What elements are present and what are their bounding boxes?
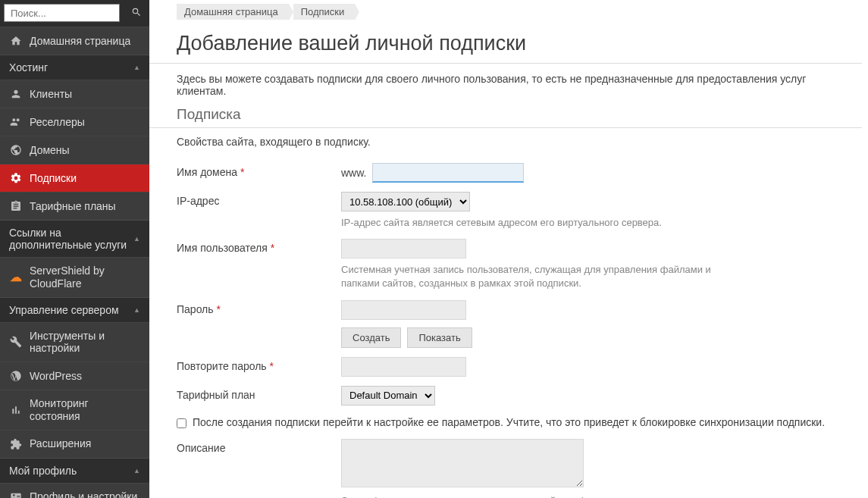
main: Домашняя страница Подписки Добавление ва… — [149, 0, 868, 498]
nav-extensions-label: Расширения — [30, 437, 91, 450]
home-icon — [9, 34, 23, 48]
help-description: Эта информация видна только хостинг-пров… — [341, 494, 728, 498]
nav-wordpress-label: WordPress — [30, 370, 82, 383]
nav-profile-settings-label: Профиль и настройки — [30, 490, 137, 498]
row-ip: IP-адрес 10.58.108.100 (общий) IP-адрес … — [149, 187, 862, 234]
label-password-text: Пароль — [177, 303, 214, 315]
chart-icon — [9, 403, 23, 417]
label-plan: Тарифный план — [177, 386, 341, 401]
search-input[interactable] — [4, 4, 120, 22]
label-domain-text: Имя домена — [177, 166, 237, 178]
page-intro: Здесь вы можете создавать подписки для с… — [149, 73, 862, 106]
nav-plans[interactable]: Тарифные планы — [0, 192, 149, 220]
nav-extensions[interactable]: Расширения — [0, 430, 149, 458]
search-box — [0, 0, 149, 27]
help-username: Системная учетная запись пользователя, с… — [341, 263, 728, 290]
nav-subscriptions-label: Подписки — [30, 172, 77, 185]
nav-clients-label: Клиенты — [30, 88, 72, 101]
search-icon — [131, 7, 142, 20]
password-input[interactable] — [341, 300, 466, 320]
nav-tools[interactable]: Инструменты и настройки — [0, 322, 149, 362]
label-description: Описание — [177, 439, 341, 454]
row-domain: Имя домена * www. — [149, 158, 862, 187]
nav-section-server-label: Управление сервером — [9, 304, 119, 316]
nav-subscriptions[interactable]: Подписки — [0, 164, 149, 192]
help-ip: IP-адрес сайта является сетевым адресом … — [341, 216, 728, 230]
nav-home[interactable]: Домашняя страница — [0, 27, 149, 55]
breadcrumb-home[interactable]: Домашняя страница — [177, 4, 289, 20]
nav-section-addons-label: Ссылки на дополнительные услуги — [9, 227, 133, 251]
proceed-checkbox[interactable] — [177, 418, 186, 428]
id-icon — [9, 490, 23, 498]
row-plan: Тарифный план Default Domain — [149, 381, 862, 410]
chevron-up-icon: ▲ — [133, 64, 140, 71]
required-icon: * — [270, 360, 274, 372]
nav-domains-label: Домены — [30, 144, 70, 157]
generate-button[interactable]: Создать — [341, 327, 401, 348]
row-repeat-password: Повторите пароль * — [149, 352, 862, 381]
plan-select[interactable]: Default Domain — [341, 386, 435, 406]
required-icon: * — [216, 303, 220, 315]
globe-icon — [9, 143, 23, 157]
section-title: Подписка — [149, 106, 862, 128]
label-password: Пароль * — [177, 300, 341, 315]
checkbox-label: После создания подписки перейти к настро… — [193, 416, 825, 428]
tools-icon — [9, 335, 23, 349]
chevron-up-icon: ▲ — [133, 467, 140, 475]
search-button[interactable] — [124, 0, 149, 26]
label-domain: Имя домена * — [177, 163, 341, 178]
person-icon — [9, 87, 23, 101]
required-icon: * — [271, 242, 274, 254]
nav-section-hosting[interactable]: Хостинг ▲ — [0, 55, 149, 80]
nav-section-profile[interactable]: Мой профиль ▲ — [0, 458, 149, 483]
description-textarea[interactable] — [341, 439, 584, 487]
label-repeat-password: Повторите пароль * — [177, 357, 341, 372]
ip-select[interactable]: 10.58.108.100 (общий) — [341, 192, 470, 211]
nav-resellers[interactable]: Реселлеры — [0, 108, 149, 136]
row-password: Пароль * Создать Показать — [149, 296, 862, 352]
puzzle-icon — [9, 437, 23, 451]
sidebar: Домашняя страница Хостинг ▲ Клиенты Ресе… — [0, 0, 149, 498]
chevron-up-icon: ▲ — [133, 235, 140, 243]
clipboard-icon — [9, 199, 23, 213]
nav-home-label: Домашняя страница — [30, 35, 130, 48]
people-icon — [9, 115, 23, 129]
page-title: Добавление вашей личной подписки — [149, 27, 862, 64]
label-ip: IP-адрес — [177, 192, 341, 207]
nav-tools-label: Инструменты и настройки — [30, 330, 140, 355]
breadcrumb-subscriptions[interactable]: Подписки — [293, 4, 356, 20]
nav-resellers-label: Реселлеры — [30, 116, 85, 129]
cloudflare-icon: ☁ — [9, 271, 23, 284]
label-repeat-password-text: Повторите пароль — [177, 360, 267, 372]
gear-icon — [9, 171, 23, 185]
nav-monitoring[interactable]: Мониторинг состояния — [0, 390, 149, 430]
username-input[interactable] — [341, 239, 466, 258]
nav-servershield[interactable]: ☁ ServerShield by CloudFlare — [0, 257, 149, 297]
nav-section-profile-label: Мой профиль — [9, 465, 77, 477]
breadcrumb: Домашняя страница Подписки — [149, 4, 862, 27]
nav-plans-label: Тарифные планы — [30, 200, 116, 213]
nav-section-server[interactable]: Управление сервером ▲ — [0, 297, 149, 322]
label-username-text: Имя пользователя — [177, 242, 268, 254]
nav-wordpress[interactable]: WordPress — [0, 362, 149, 390]
nav-monitoring-label: Мониторинг состояния — [30, 397, 140, 423]
chevron-up-icon: ▲ — [133, 306, 140, 314]
row-description: Описание Эта информация видна только хос… — [149, 434, 862, 498]
nav-servershield-label: ServerShield by CloudFlare — [30, 265, 140, 290]
domain-prefix: www. — [341, 167, 366, 179]
show-button[interactable]: Показать — [407, 327, 472, 348]
nav-section-hosting-label: Хостинг — [9, 61, 48, 74]
domain-input[interactable] — [372, 163, 524, 183]
wordpress-icon — [9, 369, 23, 383]
repeat-password-input[interactable] — [341, 357, 466, 377]
row-username: Имя пользователя * Системная учетная зап… — [149, 234, 862, 295]
nav-section-addons[interactable]: Ссылки на дополнительные услуги ▲ — [0, 220, 149, 257]
label-username: Имя пользователя * — [177, 239, 341, 254]
required-icon: * — [240, 166, 244, 178]
nav-profile-settings[interactable]: Профиль и настройки — [0, 483, 149, 498]
nav-domains[interactable]: Домены — [0, 136, 149, 164]
nav-clients[interactable]: Клиенты — [0, 80, 149, 108]
section-desc: Свойства сайта, входящего в подписку. — [149, 136, 862, 158]
row-checkbox: После создания подписки перейти к настро… — [149, 410, 862, 434]
